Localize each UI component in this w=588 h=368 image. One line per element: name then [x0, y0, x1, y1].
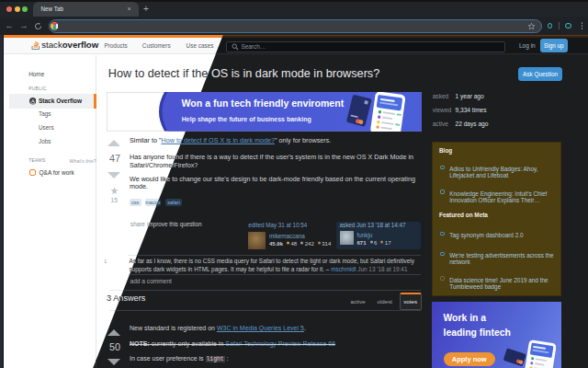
svg-text:Won a fun tech friendly enviro: Won a fun tech friendly enviroment — [181, 98, 344, 109]
svg-text:Help shape the future of busin: Help shape the future of business bankin… — [181, 116, 311, 123]
